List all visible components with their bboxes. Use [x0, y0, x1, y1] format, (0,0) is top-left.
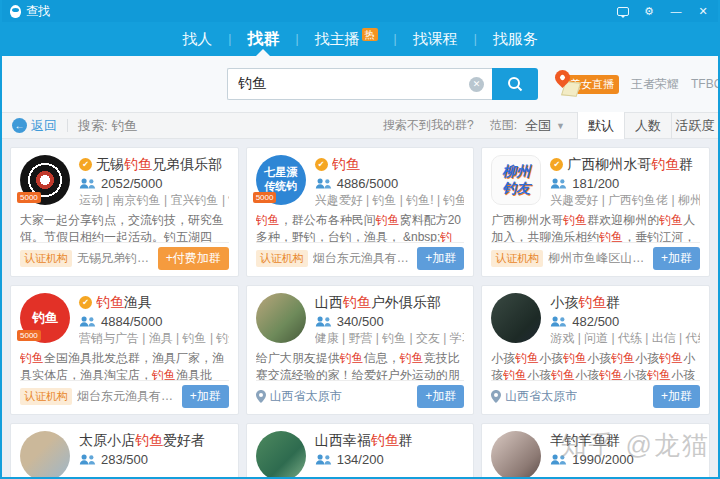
qq-logo-icon	[10, 5, 21, 18]
group-title: 钓鱼渔具	[96, 294, 152, 312]
group-title: 羊钓羊鱼群	[550, 432, 620, 450]
group-card[interactable]: 钓鱼 5000 ✔ 钓鱼渔具 4884/5000	[10, 285, 239, 415]
chevron-down-icon[interactable]: ▼	[556, 121, 565, 131]
group-title: 山西钓鱼户外俱乐部	[315, 294, 441, 312]
join-group-button[interactable]: +加群	[653, 247, 700, 270]
cant-find-group-link[interactable]: 搜索不到我的群?	[383, 117, 474, 134]
group-card[interactable]: ✔ 山西幸福钓鱼群 134/200	[246, 423, 475, 479]
group-avatar	[491, 431, 541, 479]
group-tags	[79, 468, 229, 479]
search-button[interactable]	[492, 68, 538, 100]
members-icon	[315, 315, 332, 328]
avatar-text: 钓鱼	[32, 310, 58, 326]
sort-tab-default[interactable]: 默认	[577, 112, 624, 139]
sort-tabs: 默认 人数 活跃度	[577, 112, 718, 139]
group-card[interactable]: ✔ 山西钓鱼户外俱乐部 340/500 健康 | 野营 | 钓鱼 | 交友 | …	[246, 285, 475, 415]
find-window: 查找 ⚙ — ✕ 找人 | 找群 | 找主播热 | 找课程 | 找服务 ✕	[0, 0, 720, 479]
back-label: 返回	[31, 117, 57, 135]
cert-badge: 认证机构	[256, 250, 308, 267]
join-group-button[interactable]: +加群	[417, 385, 464, 408]
certified-medal-icon: ✔	[79, 158, 92, 171]
member-count: 4886/5000	[337, 176, 398, 191]
scope-label: 范围:	[490, 117, 517, 134]
magnifier-icon	[506, 75, 524, 93]
footer-text: 无锡兄弟钓鱼俱乐部有...	[77, 250, 158, 267]
capacity-badge: 5000	[253, 192, 277, 203]
join-group-button[interactable]: +付费加群	[158, 247, 229, 270]
members-icon	[315, 177, 332, 190]
hot-badge: 热	[362, 28, 378, 41]
join-group-button[interactable]: +加群	[417, 247, 464, 270]
group-description: 小孩钓鱼小孩钓鱼小孩钓鱼小孩钓鱼小孩钓鱼小孩钓鱼小孩钓鱼小孩钓鱼小孩钓鱼小孩钓.…	[491, 350, 700, 380]
member-count: 482/500	[572, 314, 619, 329]
filter-bar: ← 返回 搜索: 钓鱼 搜索不到我的群? 范围: 全国 ▼ 默认 人数 活跃度	[2, 112, 718, 139]
group-description: 给广大朋友提供钓鱼信息，钓鱼竞技比赛交流经验的家！给爱好户外运动的朋友组建一个经…	[256, 350, 465, 380]
group-card[interactable]: 5000 ✔ 无锡钓鱼兄弟俱乐部 2052/5000 运动 | 南京钓鱼 |	[10, 147, 239, 277]
group-description: 广西柳州水哥钓鱼群欢迎柳州的钓鱼人加入，共聊渔乐相约钓鱼，垂钓江河，进群修改群名…	[491, 212, 700, 242]
member-count: 181/200	[572, 176, 619, 191]
member-count: 4884/5000	[101, 314, 162, 329]
group-card-grid: 5000 ✔ 无锡钓鱼兄弟俱乐部 2052/5000 运动 | 南京钓鱼 |	[10, 147, 710, 479]
join-group-button[interactable]: +加群	[182, 385, 229, 408]
group-title: 无锡钓鱼兄弟俱乐部	[96, 156, 222, 174]
certified-medal-icon: ✔	[315, 158, 328, 171]
settings-gear-icon[interactable]: ⚙	[642, 6, 656, 17]
tab-find-services[interactable]: 找服务	[477, 22, 554, 56]
capacity-badge: 5000	[17, 192, 41, 203]
cert-badge: 认证机构	[20, 250, 72, 267]
group-avatar	[256, 293, 306, 343]
search-summary: 搜索: 钓鱼	[78, 117, 137, 135]
hot-link-tfbc[interactable]: TFBC	[691, 77, 720, 91]
group-card[interactable]: 柳州 钓友 ✔ 广西柳州水哥钓鱼群 181/200	[481, 147, 710, 277]
members-icon	[79, 177, 96, 190]
group-avatar	[491, 293, 541, 343]
certified-medal-icon: ✔	[550, 158, 563, 171]
feedback-icon[interactable]	[617, 7, 629, 16]
group-card[interactable]: ✔ 羊钓羊鱼群 1990/2000	[481, 423, 710, 479]
group-tags: 营销与广告 | 渔具 | 钓鱼 | 钓鱼!	[79, 330, 229, 347]
group-avatar	[20, 431, 70, 479]
scope-dropdown[interactable]: 全国	[525, 117, 551, 135]
group-tags	[550, 468, 700, 479]
search-input[interactable]	[227, 68, 492, 100]
group-card[interactable]: 七星漂 传统钓 5000 ✔ 钓鱼 4886/5000	[246, 147, 475, 277]
members-icon	[550, 315, 567, 328]
close-icon[interactable]: ✕	[696, 6, 710, 17]
avatar-text: 七星漂 传统钓	[264, 166, 297, 194]
group-title: 小孩钓鱼群	[550, 294, 620, 312]
cert-badge: 认证机构	[491, 250, 543, 267]
group-avatar	[256, 431, 306, 479]
group-description: 钓鱼，群公布各种民间钓鱼窝料配方20多种，野钓，台钓，渔具， &nbsp;钓鱼全…	[256, 212, 465, 242]
capacity-badge: 5000	[17, 330, 41, 341]
tab-find-groups[interactable]: 找群	[231, 22, 295, 56]
tab-find-people[interactable]: 找人	[166, 22, 228, 56]
footer-text: 烟台东元渔具有限公司	[77, 388, 182, 405]
tab-find-courses[interactable]: 找课程	[397, 22, 474, 56]
group-tags: 兴趣爱好 | 广西钓鱼佬 | 柳州钓鱼...	[550, 192, 700, 209]
certified-medal-icon: ✔	[79, 296, 92, 309]
tab-label: 找主播	[315, 30, 360, 47]
group-card[interactable]: ✔ 小孩钓鱼群 482/500 游戏 | 问道 | 代练 | 出信 | 代练1 …	[481, 285, 710, 415]
group-title: 钓鱼	[332, 156, 360, 174]
group-avatar: 柳州 钓友	[491, 155, 541, 205]
location-pin-icon	[256, 390, 266, 403]
sort-tab-members[interactable]: 人数	[624, 112, 671, 139]
hot-search-links: 美女直播 王者荣耀 TFBC	[565, 75, 720, 94]
group-description: 大家一起分享钓点，交流钓技，研究鱼饵。节假日相约一起活动。钓五湖四海，交天下朋友…	[20, 212, 229, 242]
back-button[interactable]: ← 返回	[12, 117, 57, 135]
join-group-button[interactable]: +加群	[653, 385, 700, 408]
minimize-icon[interactable]: —	[669, 6, 683, 17]
group-tags	[315, 468, 465, 479]
sort-tab-activity[interactable]: 活跃度	[671, 112, 718, 139]
tab-find-streamers[interactable]: 找主播热	[299, 22, 394, 56]
hot-link-kings-glory[interactable]: 王者荣耀	[631, 76, 679, 93]
group-title: 太原小店钓鱼爱好者	[79, 432, 205, 450]
group-description: 钓鱼全国渔具批发总群，渔具厂家，渔具实体店，渔具淘宝店，钓鱼渔具批发，钓鱼鱼竿批…	[20, 350, 229, 380]
clear-search-icon[interactable]: ✕	[469, 77, 484, 92]
group-tags: 兴趣爱好 | 钓鱼 | 钓鱼! | 钓鱼@ | ...	[315, 192, 465, 209]
group-tags: 运动 | 南京钓鱼 | 宜兴钓鱼 | 常州...	[79, 192, 229, 209]
back-arrow-icon: ←	[12, 118, 27, 133]
group-card[interactable]: ✔ 太原小店钓鱼爱好者 283/500	[10, 423, 239, 479]
group-tags: 健康 | 野营 | 钓鱼 | 交友 | 学习 | ...	[315, 330, 465, 347]
members-icon	[550, 177, 567, 190]
